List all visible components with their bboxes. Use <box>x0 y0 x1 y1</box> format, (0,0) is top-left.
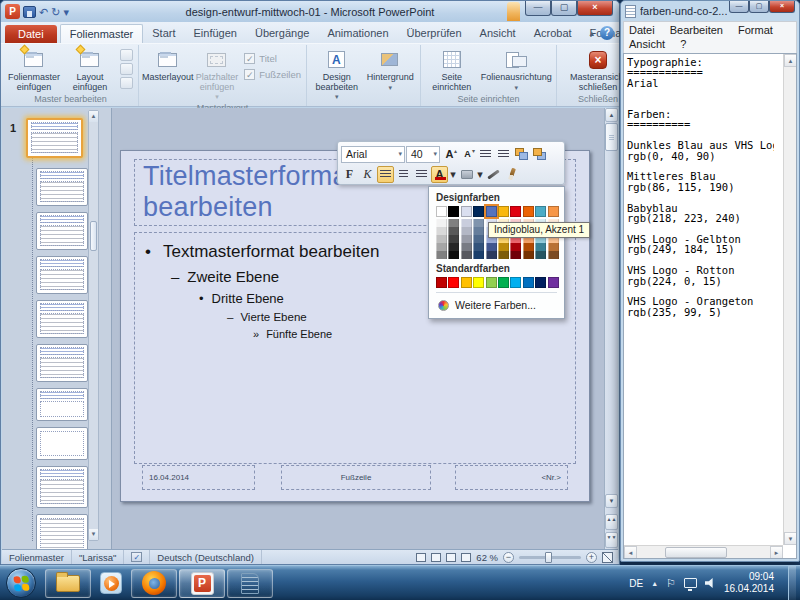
font-size-combo[interactable]: 40 ▾ <box>406 146 440 163</box>
powerpoint-titlebar[interactable]: P ↶ ↻ ▾ design-entwurf-mittwoch-01 - Mic… <box>1 1 619 22</box>
scroll-down-icon[interactable]: ▼ <box>89 529 98 540</box>
design-tint-swatch[interactable] <box>498 243 509 251</box>
show-desktop-button[interactable] <box>788 566 796 600</box>
design-tint-swatch[interactable] <box>436 235 447 243</box>
standard-color-swatch[interactable] <box>535 277 546 288</box>
notepad-vertical-scrollbar[interactable]: ▲ ▼ <box>783 54 796 545</box>
design-tint-swatch[interactable] <box>436 251 447 259</box>
help-icon[interactable]: ? <box>600 26 614 40</box>
design-tint-swatch[interactable] <box>510 243 521 251</box>
standard-color-swatch[interactable] <box>448 277 459 288</box>
design-color-swatch[interactable] <box>523 206 534 217</box>
maximize-button[interactable]: ▢ <box>551 1 577 16</box>
design-tint-swatch[interactable] <box>473 235 484 243</box>
layout-thumbnail[interactable] <box>36 388 88 421</box>
layout-thumbnail[interactable] <box>36 300 88 338</box>
spellcheck-icon[interactable]: ✓ <box>124 550 150 564</box>
minimize-button[interactable]: — <box>729 1 749 13</box>
standard-color-swatch[interactable] <box>548 277 559 288</box>
menu-hilfe[interactable]: ? <box>680 38 686 50</box>
reading-view-icon[interactable] <box>446 553 456 562</box>
thumbnail-scrollbar[interactable]: ▲ ▼ <box>88 110 99 541</box>
align-left-button[interactable] <box>377 166 394 183</box>
menu-format[interactable]: Format <box>738 24 773 36</box>
design-tint-swatch[interactable] <box>461 227 472 235</box>
menu-bearbeiten[interactable]: Bearbeiten <box>670 24 723 36</box>
zoom-slider-thumb[interactable] <box>545 552 552 563</box>
tab-ansicht[interactable]: Ansicht <box>471 24 525 43</box>
scroll-right-icon[interactable]: ► <box>770 546 783 559</box>
design-color-swatch[interactable] <box>473 206 484 217</box>
status-theme-name[interactable]: "Larissa" <box>72 550 124 564</box>
rename-master-icon[interactable] <box>120 63 133 75</box>
scroll-up-icon[interactable]: ▲ <box>89 111 98 122</box>
taskbar-mediaplayer-button[interactable] <box>93 569 129 598</box>
standard-color-swatch[interactable] <box>498 277 509 288</box>
design-color-swatch[interactable] <box>510 206 521 217</box>
previous-slide-icon[interactable]: ▲▲ <box>605 514 618 530</box>
vertical-scrollbar[interactable]: ▲ ▼ ▲▲ ▼▼ <box>604 108 618 549</box>
decrease-indent-icon[interactable] <box>477 146 494 163</box>
design-bearbeiten-button[interactable]: A Design bearbeiten ▾ <box>310 46 364 102</box>
design-tint-swatch[interactable] <box>535 243 546 251</box>
minimize-button[interactable]: — <box>525 1 551 16</box>
standard-color-swatch[interactable] <box>523 277 534 288</box>
menu-ansicht[interactable]: Ansicht <box>629 38 665 50</box>
taskbar-explorer-button[interactable] <box>45 569 91 598</box>
tab-einfügen[interactable]: Einfügen <box>185 24 246 43</box>
master-thumbnail[interactable] <box>26 118 83 158</box>
notepad-titlebar[interactable]: farben-und-co-2... — ▢ × <box>621 1 799 21</box>
font-color-button[interactable]: A <box>431 166 448 183</box>
scroll-left-icon[interactable]: ◄ <box>624 546 637 559</box>
design-tint-swatch[interactable] <box>448 235 459 243</box>
shrink-font-button[interactable]: A▾ <box>459 146 476 163</box>
layout-thumbnail[interactable] <box>36 466 88 508</box>
close-button[interactable]: × <box>769 1 795 13</box>
slideshow-icon[interactable] <box>461 553 471 562</box>
notepad-horizontal-scrollbar[interactable]: ◄ ► <box>624 545 783 558</box>
layout-thumbnail[interactable] <box>36 168 88 206</box>
design-color-swatch[interactable] <box>498 206 509 217</box>
status-view-name[interactable]: Folienmaster <box>2 550 72 564</box>
scrollbar-thumb[interactable] <box>605 123 618 151</box>
scrollbar-thumb[interactable] <box>665 547 727 558</box>
next-slide-icon[interactable]: ▼▼ <box>605 532 618 548</box>
standard-color-swatch[interactable] <box>461 277 472 288</box>
taskbar-notepad-button[interactable] <box>227 569 273 598</box>
send-backward-icon[interactable] <box>531 146 548 163</box>
design-tint-swatch[interactable] <box>461 251 472 259</box>
grow-font-button[interactable]: A▴ <box>441 146 458 163</box>
tab-acrobat[interactable]: Acrobat <box>525 24 581 43</box>
shape-fill-dropdown-icon[interactable]: ▾ <box>476 166 484 183</box>
standard-color-swatch[interactable] <box>473 277 484 288</box>
layout-thumbnail[interactable] <box>36 212 88 250</box>
taskbar-powerpoint-button[interactable]: P <box>179 569 225 598</box>
bold-button[interactable]: F <box>341 166 358 183</box>
fit-to-window-icon[interactable] <box>602 552 613 563</box>
design-tint-swatch[interactable] <box>461 235 472 243</box>
design-tint-swatch[interactable] <box>486 251 497 259</box>
design-tint-swatch[interactable] <box>448 243 459 251</box>
standard-color-swatch[interactable] <box>510 277 521 288</box>
maximize-button[interactable]: ▢ <box>749 1 769 13</box>
design-tint-swatch[interactable] <box>461 219 472 227</box>
shape-fill-icon[interactable] <box>458 166 475 183</box>
folienausrichtung-button[interactable]: Folienausrichtung ▾ <box>480 46 553 92</box>
layout-thumbnail[interactable] <box>36 427 88 460</box>
design-color-swatch[interactable] <box>448 206 459 217</box>
zoom-slider[interactable] <box>519 556 581 559</box>
tab-übergänge[interactable]: Übergänge <box>246 24 318 43</box>
design-tint-swatch[interactable] <box>473 227 484 235</box>
close-button[interactable]: × <box>577 1 613 16</box>
font-color-dropdown-icon[interactable]: ▾ <box>449 166 457 183</box>
design-tint-swatch[interactable] <box>510 251 521 259</box>
preserve-master-icon[interactable] <box>120 77 133 89</box>
collapse-ribbon-icon[interactable]: ▴ <box>589 28 594 38</box>
delete-master-icon[interactable] <box>120 49 133 61</box>
language-indicator[interactable]: DE <box>629 578 643 589</box>
design-color-swatch[interactable] <box>535 206 546 217</box>
standard-color-swatch[interactable] <box>486 277 497 288</box>
hidden-icons-icon[interactable]: ▲ <box>651 580 658 587</box>
layout-einfuegen-button[interactable]: Layout einfügen <box>62 46 118 92</box>
slide-sorter-icon[interactable] <box>431 553 441 562</box>
